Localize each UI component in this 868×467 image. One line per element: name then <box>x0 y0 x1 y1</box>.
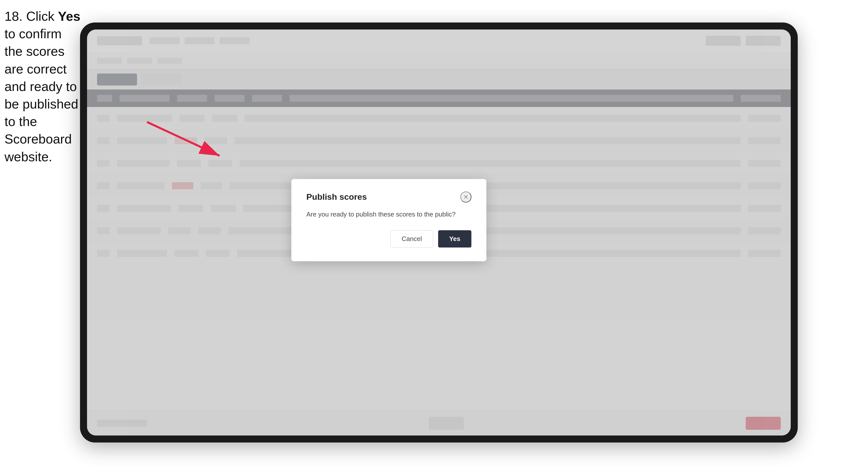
publish-scores-modal: Publish scores × Are you ready to publis… <box>291 179 486 261</box>
modal-close-button[interactable]: × <box>460 191 471 203</box>
yes-button[interactable]: Yes <box>438 230 471 248</box>
instruction-text: 18. Click Yes to confirm the scores are … <box>4 7 82 165</box>
modal-body: Are you ready to publish these scores to… <box>306 210 471 219</box>
modal-overlay: Publish scores × Are you ready to publis… <box>87 30 791 436</box>
cancel-button[interactable]: Cancel <box>390 230 433 248</box>
tablet-screen: Publish scores × Are you ready to publis… <box>87 30 791 436</box>
modal-title: Publish scores <box>306 192 367 202</box>
step-number: 18. <box>4 9 23 24</box>
text-before-bold: Click <box>23 9 58 24</box>
modal-header: Publish scores × <box>306 191 471 203</box>
bold-yes: Yes <box>58 9 81 24</box>
modal-footer: Cancel Yes <box>306 230 471 248</box>
modal-message: Are you ready to publish these scores to… <box>306 210 471 219</box>
tablet-device: Publish scores × Are you ready to publis… <box>80 23 798 442</box>
text-after-bold: to confirm the scores are correct and re… <box>4 27 78 164</box>
